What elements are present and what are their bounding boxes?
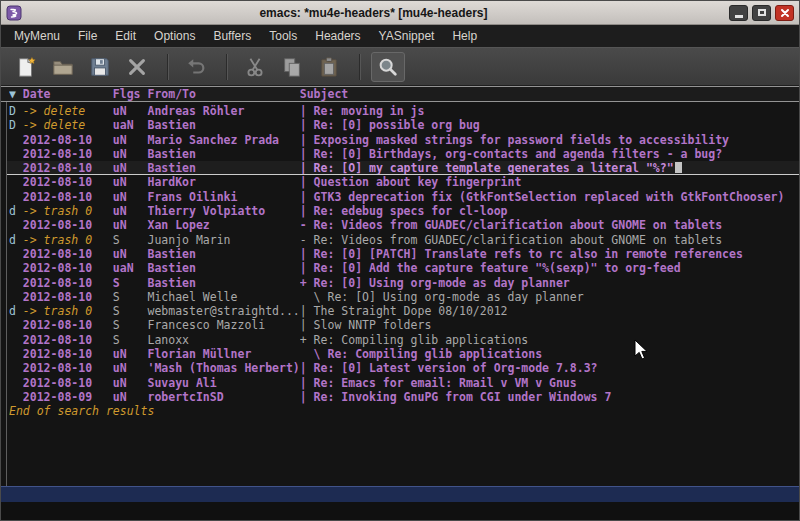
flags-field: S — [113, 304, 148, 318]
menu-item[interactable]: Options — [145, 25, 204, 47]
mode-line[interactable]: *mu4e-headers* ( 5, 0) [All/2.0k] [mu4e-… — [1, 486, 799, 502]
menu-item[interactable]: YASnippet — [370, 25, 444, 47]
subject-text: | Slow NNTP folders — [300, 318, 432, 332]
date-field: 2012-08-10 — [23, 347, 113, 361]
menu-item[interactable]: Buffers — [204, 25, 260, 47]
column-header-subject[interactable]: Subject — [300, 87, 799, 101]
mark-char — [9, 247, 23, 261]
flags-field: S — [113, 290, 148, 304]
message-row[interactable]: 2012-08-10 uN Florian Müllner \ Re: Comp… — [1, 347, 799, 361]
message-row[interactable]: d -> trash 0 S webmaster@straightd... | … — [1, 304, 799, 318]
emacs-app-icon — [6, 5, 22, 21]
search-button[interactable] — [371, 52, 405, 82]
subject-field: - Re: Videos from GUADEC/clarification a… — [300, 218, 799, 232]
window-title: emacs: *mu4e-headers* [mu4e-headers] — [22, 6, 725, 20]
flags-field: uaN — [113, 118, 148, 132]
from-field: Francesco Mazzoli — [147, 318, 299, 332]
maximize-icon — [758, 9, 766, 16]
toolbar-separator — [167, 54, 169, 80]
new-file-icon — [15, 55, 37, 79]
copy-button[interactable] — [275, 52, 309, 82]
mark-char — [9, 361, 23, 375]
close-buffer-button[interactable] — [120, 52, 154, 82]
message-row[interactable]: 2012-08-10 uN Bastien | Re: [0] [PATCH] … — [1, 247, 799, 261]
paste-clipboard-icon — [318, 55, 340, 79]
message-row[interactable]: 2012-08-10 uN Xan Lopez - Re: Videos fro… — [1, 218, 799, 232]
column-header-from[interactable]: From/To — [147, 87, 299, 101]
subject-field: | The Straight Dope 08/10/2012 — [300, 304, 799, 318]
message-row[interactable]: d -> trash 0 S Juanjo Marin - Re: Videos… — [1, 233, 799, 247]
mark-char: d — [9, 304, 23, 318]
message-row[interactable]: 2012-08-10 uaN Bastien | Re: [0] Add the… — [1, 261, 799, 275]
message-row[interactable]: D -> delete uaN Bastien | Re: [0] possib… — [1, 118, 799, 132]
date-field: 2012-08-10 — [23, 161, 113, 174]
open-file-button[interactable] — [46, 52, 80, 82]
subject-text: | Re: [0] [PATCH] Translate refs to rc a… — [300, 247, 743, 261]
echo-area[interactable] — [1, 502, 799, 520]
subject-field: \ Re: Compiling glib applications — [300, 347, 799, 361]
message-row[interactable]: 2012-08-09 uN robertcInSD | Re: Invoking… — [1, 390, 799, 404]
save-button[interactable] — [83, 52, 117, 82]
menu-item[interactable]: File — [69, 25, 106, 47]
minimize-button[interactable] — [729, 5, 748, 21]
message-row[interactable]: 2012-08-10 uN Bastien | Re: [O] my captu… — [1, 161, 799, 175]
subject-text: | Exposing masked strings for password f… — [300, 133, 729, 147]
subject-field: | Re: edebug specs for cl-loop — [300, 204, 799, 218]
sort-indicator-icon[interactable]: ▼ — [9, 87, 23, 101]
undo-button[interactable] — [179, 52, 213, 82]
mark-char — [9, 333, 23, 347]
titlebar[interactable]: emacs: *mu4e-headers* [mu4e-headers] — [1, 1, 799, 25]
message-row[interactable]: 2012-08-10 uN HardKor | Question about k… — [1, 175, 799, 189]
headers-list: D -> delete uN Andreas Röhler | Re: movi… — [1, 102, 799, 486]
subject-text: | Re: moving in js — [300, 104, 425, 118]
flags-field: S — [113, 333, 148, 347]
subject-text: \ Re: [O] Using org-mode as day planner — [300, 290, 584, 304]
message-row[interactable]: d -> trash 0 uN Thierry Volpiatto | Re: … — [1, 204, 799, 218]
message-row[interactable]: 2012-08-10 S Lanoxx + Re: Compiling glib… — [1, 333, 799, 347]
message-row[interactable]: 2012-08-10 S Michael Welle \ Re: [O] Usi… — [1, 290, 799, 304]
mark-char: D — [9, 104, 23, 118]
message-row[interactable]: D -> delete uN Andreas Röhler | Re: movi… — [1, 104, 799, 118]
search-icon — [377, 55, 399, 79]
message-row[interactable]: 2012-08-10 S Francesco Mazzoli | Slow NN… — [1, 318, 799, 332]
message-row[interactable]: 2012-08-10 S Bastien + Re: [0] Using org… — [1, 276, 799, 290]
from-field: Bastien — [147, 247, 299, 261]
paste-button[interactable] — [312, 52, 346, 82]
close-x-icon — [126, 55, 148, 79]
mark-char — [9, 218, 23, 232]
message-rows: D -> delete uN Andreas Röhler | Re: movi… — [1, 104, 799, 404]
menu-item[interactable]: Tools — [260, 25, 306, 47]
date-field: 2012-08-10 — [23, 333, 113, 347]
tool-bar — [1, 47, 799, 86]
menu-item[interactable]: Help — [443, 25, 486, 47]
menu-item[interactable]: Edit — [106, 25, 145, 47]
headers-column-header[interactable]: ▼ Date Flgs From/To Subject — [1, 86, 799, 102]
message-row[interactable]: 2012-08-10 uN Mario Sanchez Prada | Expo… — [1, 133, 799, 147]
from-field: Juanjo Marin — [147, 233, 299, 247]
menu-item[interactable]: Headers — [306, 25, 369, 47]
column-header-flags[interactable]: Flgs — [113, 87, 148, 101]
subject-field: | Re: [O] my capture template generates … — [300, 161, 799, 174]
date-field: -> trash 0 — [23, 233, 113, 247]
from-field: Suvayu Ali — [147, 376, 299, 390]
mark-char: d — [9, 204, 23, 218]
subject-text: - Re: Videos from GUADEC/clarification a… — [300, 233, 722, 247]
new-file-button[interactable] — [9, 52, 43, 82]
column-header-date[interactable]: Date — [23, 87, 113, 101]
from-field: HardKor — [147, 175, 299, 189]
cut-button[interactable] — [238, 52, 272, 82]
subject-text: | Re: [0] Birthdays, org-contacts and ag… — [300, 147, 722, 161]
message-row[interactable]: 2012-08-10 uN Bastien | Re: [0] Birthday… — [1, 147, 799, 161]
message-row[interactable]: 2012-08-10 uN Frans Oilinki | GTK3 depre… — [1, 190, 799, 204]
menu-item[interactable]: MyMenu — [5, 25, 69, 47]
mark-char: d — [9, 233, 23, 247]
subject-field: | Re: Invoking GnuPG from CGI under Wind… — [300, 390, 799, 404]
from-field: Mario Sanchez Prada — [147, 133, 299, 147]
maximize-button[interactable] — [752, 5, 771, 21]
subject-text: | The Straight Dope 08/10/2012 — [300, 304, 508, 318]
message-row[interactable]: 2012-08-10 uN 'Mash (Thomas Herbert) | R… — [1, 361, 799, 375]
message-row[interactable]: 2012-08-10 uN Suvayu Ali | Re: Emacs for… — [1, 376, 799, 390]
flags-field: uN — [113, 376, 148, 390]
close-button[interactable] — [775, 5, 794, 21]
from-field: Frans Oilinki — [147, 190, 299, 204]
